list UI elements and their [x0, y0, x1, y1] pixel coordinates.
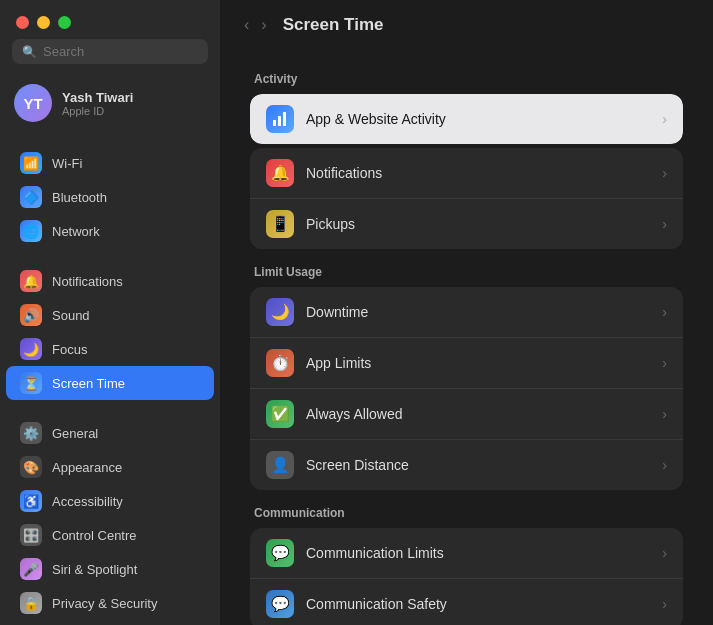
- settings-group-communication: 💬 Communication Limits › 💬 Communication…: [250, 528, 683, 625]
- communicationlimits-row-icon: 💬: [266, 539, 294, 567]
- row-downtime[interactable]: 🌙 Downtime ›: [250, 287, 683, 338]
- sidebar: 🔍 YT Yash Tiwari Apple ID 📶 Wi-Fi 🔷 Blue…: [0, 0, 220, 625]
- sidebar-item-general[interactable]: ⚙️ General: [6, 416, 214, 450]
- row-always-allowed[interactable]: ✅ Always Allowed ›: [250, 389, 683, 440]
- sidebar-label-sound: Sound: [52, 308, 90, 323]
- sidebar-label-wifi: Wi-Fi: [52, 156, 82, 171]
- sidebar-label-accessibility: Accessibility: [52, 494, 123, 509]
- sidebar-item-siri[interactable]: 🎤 Siri & Spotlight: [6, 552, 214, 586]
- row-chevron-downtime: ›: [662, 304, 667, 320]
- sound-icon: 🔊: [20, 304, 42, 326]
- topbar: ‹ › Screen Time: [220, 0, 713, 46]
- row-label-screendistance: Screen Distance: [306, 457, 662, 473]
- sidebar-label-privacy: Privacy & Security: [52, 596, 157, 611]
- section-label-activity: Activity: [250, 72, 683, 86]
- appearance-icon: 🎨: [20, 456, 42, 478]
- sidebar-item-notifications[interactable]: 🔔 Notifications: [6, 264, 214, 298]
- row-chevron-screendistance: ›: [662, 457, 667, 473]
- communicationsafety-row-icon: 💬: [266, 590, 294, 618]
- sidebar-label-bluetooth: Bluetooth: [52, 190, 107, 205]
- svg-rect-1: [278, 116, 281, 126]
- page-title: Screen Time: [283, 15, 384, 35]
- sidebar-label-appearance: Appearance: [52, 460, 122, 475]
- row-notifications[interactable]: 🔔 Notifications ›: [250, 148, 683, 199]
- general-icon: ⚙️: [20, 422, 42, 444]
- accessibility-icon: ♿: [20, 490, 42, 512]
- sidebar-label-general: General: [52, 426, 98, 441]
- user-subtitle: Apple ID: [62, 105, 133, 117]
- minimize-button[interactable]: [37, 16, 50, 29]
- search-icon: 🔍: [22, 45, 37, 59]
- sidebar-label-screentime: Screen Time: [52, 376, 125, 391]
- focus-icon: 🌙: [20, 338, 42, 360]
- applimits-row-icon: ⏱️: [266, 349, 294, 377]
- row-label-communicationsafety: Communication Safety: [306, 596, 662, 612]
- sidebar-label-controlcentre: Control Centre: [52, 528, 137, 543]
- sidebar-label-focus: Focus: [52, 342, 87, 357]
- row-chevron-notifications: ›: [662, 165, 667, 181]
- section-label-limitusage: Limit Usage: [250, 265, 683, 279]
- search-box[interactable]: 🔍: [12, 39, 208, 64]
- user-info: Yash Tiwari Apple ID: [62, 90, 133, 117]
- screendistance-row-icon: 👤: [266, 451, 294, 479]
- row-label-downtime: Downtime: [306, 304, 662, 320]
- section-label-communication: Communication: [250, 506, 683, 520]
- row-label-notifications: Notifications: [306, 165, 662, 181]
- notifications-row-icon: 🔔: [266, 159, 294, 187]
- row-screen-distance[interactable]: 👤 Screen Distance ›: [250, 440, 683, 490]
- row-communication-safety[interactable]: 💬 Communication Safety ›: [250, 579, 683, 625]
- network-icon: 🌐: [20, 220, 42, 242]
- row-pickups[interactable]: 📱 Pickups ›: [250, 199, 683, 249]
- notifications-icon: 🔔: [20, 270, 42, 292]
- sidebar-label-network: Network: [52, 224, 100, 239]
- maximize-button[interactable]: [58, 16, 71, 29]
- row-chevron-communicationsafety: ›: [662, 596, 667, 612]
- row-app-limits[interactable]: ⏱️ App Limits ›: [250, 338, 683, 389]
- settings-group-limitusage: 🌙 Downtime › ⏱️ App Limits › ✅ Always Al…: [250, 287, 683, 490]
- row-chevron-applimits: ›: [662, 355, 667, 371]
- bluetooth-icon: 🔷: [20, 186, 42, 208]
- close-button[interactable]: [16, 16, 29, 29]
- privacy-icon: 🔒: [20, 592, 42, 614]
- sidebar-item-focus[interactable]: 🌙 Focus: [6, 332, 214, 366]
- sidebar-item-network[interactable]: 🌐 Network: [6, 214, 214, 248]
- sidebar-item-screentime[interactable]: ⏳ Screen Time: [6, 366, 214, 400]
- sidebar-item-wifi[interactable]: 📶 Wi-Fi: [6, 146, 214, 180]
- avatar: YT: [14, 84, 52, 122]
- main-content: ‹ › Screen Time Activity App & Website A…: [220, 0, 713, 625]
- alwaysallowed-row-icon: ✅: [266, 400, 294, 428]
- back-button[interactable]: ‹: [240, 14, 253, 36]
- sidebar-item-bluetooth[interactable]: 🔷 Bluetooth: [6, 180, 214, 214]
- sidebar-section-network: 📶 Wi-Fi 🔷 Bluetooth 🌐 Network: [0, 146, 220, 248]
- app-activity-icon: [266, 105, 294, 133]
- sidebar-item-sound[interactable]: 🔊 Sound: [6, 298, 214, 332]
- sidebar-label-siri: Siri & Spotlight: [52, 562, 137, 577]
- sidebar-section-prefs: ⚙️ General 🎨 Appearance ♿ Accessibility …: [0, 416, 220, 620]
- row-communication-limits[interactable]: 💬 Communication Limits ›: [250, 528, 683, 579]
- wifi-icon: 📶: [20, 152, 42, 174]
- forward-button[interactable]: ›: [257, 14, 270, 36]
- sidebar-item-privacy[interactable]: 🔒 Privacy & Security: [6, 586, 214, 620]
- controlcentre-icon: 🎛️: [20, 524, 42, 546]
- row-chevron-alwaysallowed: ›: [662, 406, 667, 422]
- row-label-communicationlimits: Communication Limits: [306, 545, 662, 561]
- settings-group-activity-rest: 🔔 Notifications › 📱 Pickups ›: [250, 148, 683, 249]
- sidebar-section-system: 🔔 Notifications 🔊 Sound 🌙 Focus ⏳ Screen…: [0, 264, 220, 400]
- sidebar-label-notifications: Notifications: [52, 274, 123, 289]
- sidebar-item-appearance[interactable]: 🎨 Appearance: [6, 450, 214, 484]
- nav-arrows: ‹ ›: [240, 14, 271, 36]
- row-label-app-activity: App & Website Activity: [306, 111, 662, 127]
- traffic-lights: [0, 0, 220, 39]
- svg-rect-0: [273, 120, 276, 126]
- screentime-icon: ⏳: [20, 372, 42, 394]
- sidebar-item-controlcentre[interactable]: 🎛️ Control Centre: [6, 518, 214, 552]
- row-app-website-activity[interactable]: App & Website Activity ›: [250, 94, 683, 144]
- row-label-alwaysallowed: Always Allowed: [306, 406, 662, 422]
- user-profile[interactable]: YT Yash Tiwari Apple ID: [0, 76, 220, 130]
- user-name: Yash Tiwari: [62, 90, 133, 105]
- row-label-pickups: Pickups: [306, 216, 662, 232]
- siri-icon: 🎤: [20, 558, 42, 580]
- sidebar-item-accessibility[interactable]: ♿ Accessibility: [6, 484, 214, 518]
- settings-group-activity-highlighted: App & Website Activity ›: [250, 94, 683, 144]
- search-input[interactable]: [43, 44, 198, 59]
